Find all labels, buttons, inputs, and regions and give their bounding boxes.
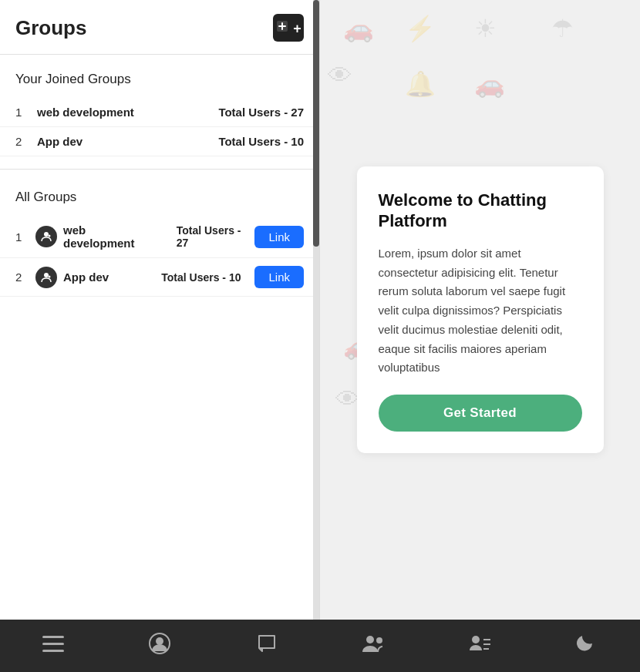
svg-point-4 — [44, 273, 49, 277]
joined-group-name-2: App dev — [37, 135, 211, 148]
joined-group-name-1: web development — [37, 106, 211, 119]
welcome-body: Lorem, ipsum dolor sit amet consectetur … — [379, 244, 582, 378]
menu-icon — [42, 634, 64, 658]
nav-chat-button[interactable] — [248, 627, 285, 664]
welcome-title: Welcome to Chatting Platform — [379, 190, 582, 232]
all-group-row-1: 1 webdevelopment Total Users -27 Link — [0, 216, 319, 258]
bg-icon-car-2: 🚗 — [474, 69, 505, 99]
groups-header: Groups + — [0, 0, 319, 55]
add-icon: + — [275, 19, 301, 37]
svg-point-3 — [49, 235, 51, 237]
svg-point-2 — [44, 232, 49, 237]
welcome-card: Welcome to Chatting Platform Lorem, ipsu… — [357, 166, 604, 453]
nav-theme-button[interactable] — [568, 627, 605, 664]
moon-icon — [577, 633, 597, 659]
all-groups-label: All Groups — [0, 173, 319, 216]
bg-icon-umbrella-1: ☂ — [551, 14, 574, 43]
svg-point-13 — [472, 636, 480, 643]
bg-icon-bell-1: 🔔 — [405, 69, 436, 99]
nav-menu-button[interactable] — [35, 627, 72, 664]
svg-point-5 — [49, 275, 51, 277]
scrollbar-thumb[interactable] — [313, 0, 319, 247]
left-panel: Groups + Your Joined Groups 1 web develo… — [0, 0, 320, 620]
all-group-num-1: 1 — [15, 230, 29, 244]
all-groups-section: All Groups 1 webdevelopment Total Users … — [0, 170, 319, 297]
all-group-name-2: App dev — [63, 270, 155, 284]
all-group-total-2: Total Users - 10 — [161, 271, 241, 284]
joined-group-row-1: 1 web development Total Users - 27 — [0, 98, 319, 127]
bg-icon-eye-1: 👁 — [328, 62, 352, 90]
groups-title: Groups — [15, 16, 86, 40]
svg-point-12 — [376, 637, 382, 643]
joined-groups-label: Your Joined Groups — [0, 55, 319, 98]
joined-group-row-2: 2 App dev Total Users - 10 — [0, 127, 319, 156]
svg-rect-8 — [42, 650, 64, 652]
svg-rect-7 — [42, 643, 64, 645]
bg-icon-lightning-1: ⚡ — [405, 14, 436, 43]
scrollbar-track — [313, 0, 319, 620]
joined-group-num-2: 2 — [15, 135, 29, 148]
bg-icon-sun-1: ☀ — [474, 14, 497, 43]
all-group-icon-1 — [35, 226, 57, 247]
bg-icon-car-1: 🚗 — [343, 14, 374, 43]
right-panel: 🚗 ⚡ ☀ ☂ 👁 🔔 🚗 🚗 ☂ 👁 ★ Welcome to Chattin… — [320, 0, 640, 620]
joined-groups-section: Your Joined Groups 1 web development Tot… — [0, 55, 319, 156]
profile-icon — [149, 633, 170, 660]
joined-group-total-2: Total Users - 10 — [218, 135, 304, 148]
nav-groups-button[interactable] — [355, 627, 392, 664]
bottom-nav — [0, 620, 640, 672]
all-group-link-btn-2[interactable]: Link — [254, 266, 304, 288]
nav-profile-button[interactable] — [141, 627, 178, 664]
chat-icon — [256, 633, 278, 660]
all-group-num-2: 2 — [15, 270, 29, 284]
svg-point-11 — [366, 636, 374, 643]
groups-icon — [361, 633, 386, 659]
svg-rect-6 — [42, 636, 64, 638]
contacts-icon — [468, 633, 491, 659]
all-group-icon-2 — [35, 267, 57, 288]
all-group-link-btn-1[interactable]: Link — [254, 226, 304, 248]
all-group-row-2: 2 App dev Total Users - 10 Link — [0, 258, 319, 297]
joined-group-num-1: 1 — [15, 106, 29, 119]
svg-point-10 — [156, 637, 163, 645]
nav-contacts-button[interactable] — [461, 627, 498, 664]
main-content: Groups + Your Joined Groups 1 web develo… — [0, 0, 640, 620]
all-group-total-1: Total Users -27 — [177, 224, 241, 249]
get-started-button[interactable]: Get Started — [379, 395, 582, 432]
joined-group-total-1: Total Users - 27 — [218, 106, 304, 119]
add-group-button[interactable]: + — [273, 14, 304, 42]
all-group-name-1: webdevelopment — [63, 223, 170, 250]
